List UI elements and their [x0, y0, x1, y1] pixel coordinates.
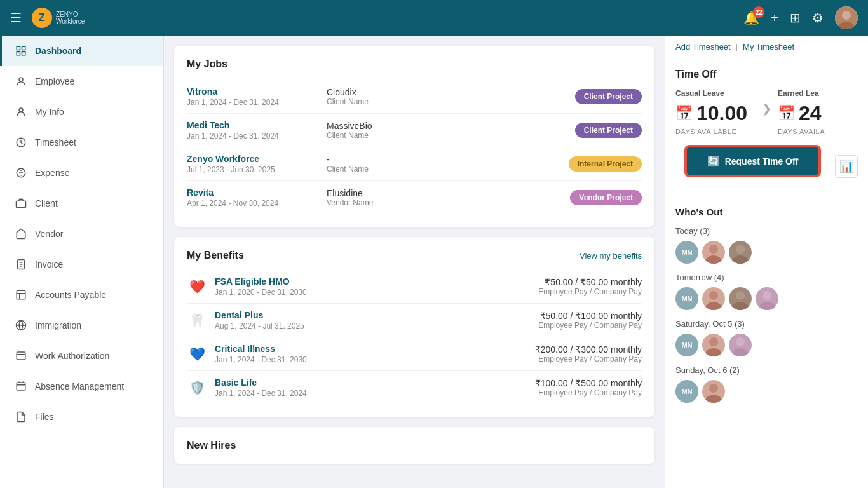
sidebar-item-expense[interactable]: Expense [0, 158, 163, 188]
add-timesheet-link[interactable]: Add Timesheet [675, 42, 731, 51]
job-client-name: Elusidine [327, 188, 454, 198]
earned-leave-card: Earned Lea 📅 24 DAYS AVAILA [778, 89, 858, 135]
sidebar-label-myinfo: My Info [35, 107, 64, 117]
svg-point-8 [19, 108, 23, 112]
sidebar-label-client: Client [35, 198, 58, 208]
wo-avatars-saturday: MN [675, 334, 858, 356]
wo-avatars-today: MN [675, 241, 858, 264]
accounts-payable-icon [15, 288, 27, 301]
svg-point-31 [709, 291, 718, 300]
sidebar-label-dashboard: Dashboard [35, 46, 81, 56]
casual-leave-label: Casual Leave [675, 89, 756, 98]
svg-point-1 [842, 11, 851, 20]
sidebar-label-files: Files [35, 412, 54, 422]
benefit-name[interactable]: Critical Illness [215, 344, 527, 354]
settings-icon[interactable]: ⚙ [812, 10, 824, 25]
job-row: Medi Tech Jan 1, 2024 - Dec 31, 2024 Mas… [187, 114, 642, 147]
notification-bell[interactable]: 🔔 22 [743, 10, 759, 25]
svg-point-7 [19, 78, 23, 81]
sidebar-label-work-authorization: Work Authorization [35, 351, 109, 361]
earned-leave-sub: DAYS AVAILA [778, 128, 858, 135]
user-avatar[interactable] [835, 6, 858, 29]
sidebar-label-vendor: Vendor [35, 229, 63, 239]
wo-group-today: Today (3) MN [675, 226, 858, 264]
sidebar-item-client[interactable]: Client [0, 188, 163, 219]
wo-avatars-tomorrow: MN [675, 287, 858, 310]
navbar-actions: 🔔 22 + ⊞ ⚙ [743, 6, 858, 29]
benefit-pay-label: Employee Pay / Company Pay [535, 355, 642, 363]
add-button[interactable]: + [771, 11, 778, 25]
casual-leave-sub: DAYS AVAILABLE [675, 128, 756, 135]
sidebar-label-employee: Employee [35, 76, 74, 86]
jobs-list: Vitrona Jan 1, 2024 - Dec 31, 2024 Cloud… [187, 80, 642, 214]
svg-point-25 [709, 245, 718, 254]
benefit-icon: 🛡️ [187, 377, 207, 398]
sidebar-item-invoice[interactable]: Invoice [0, 249, 163, 280]
wo-day-saturday: Saturday, Oct 5 (3) [675, 319, 858, 329]
main-content: My Jobs Vitrona Jan 1, 2024 - Dec 31, 20… [164, 36, 665, 488]
wo-avatar-photo-5 [756, 287, 778, 310]
job-client-label: Vendor Name [327, 198, 454, 207]
my-timesheet-link[interactable]: My Timesheet [743, 42, 794, 51]
hamburger-button[interactable]: ☰ [10, 10, 22, 25]
sidebar-item-immigration[interactable]: Immigration [0, 310, 163, 341]
absence-management-icon [15, 380, 27, 393]
job-date: Jan 1, 2024 - Dec 31, 2024 [187, 98, 327, 107]
svg-rect-18 [17, 352, 25, 360]
calendar-view-icon[interactable]: 📊 [835, 155, 858, 178]
sidebar-item-employee[interactable]: Employee [0, 66, 163, 97]
svg-point-40 [709, 337, 718, 346]
wo-avatar-photo-8 [702, 380, 725, 403]
view-benefits-link[interactable]: View my benefits [580, 251, 642, 261]
job-name[interactable]: Revita [187, 187, 327, 198]
benefit-info: Basic Life Jan 1, 2024 - Dec 31, 2024 [215, 377, 527, 398]
job-client-name: Cloudix [327, 87, 454, 97]
job-name[interactable]: Zenyo Workforce [187, 154, 327, 164]
job-date: Jan 1, 2024 - Dec 31, 2024 [187, 132, 327, 140]
sidebar-item-files[interactable]: Files [0, 402, 163, 432]
time-off-chevron[interactable]: ❯ [762, 89, 771, 116]
benefit-row: ❤️ FSA Eligible HMO Jan 1, 2020 - Dec 31… [187, 270, 642, 304]
right-panel: Add Timesheet | My Timesheet Time Off Ca… [665, 36, 868, 488]
casual-leave-days: 📅 10.00 [675, 102, 756, 125]
svg-rect-5 [17, 52, 20, 55]
sidebar-item-dashboard[interactable]: Dashboard [0, 36, 163, 66]
sidebar-label-timesheet: Timesheet [35, 137, 76, 147]
sidebar-item-timesheet[interactable]: Timesheet [0, 127, 163, 158]
sidebar-item-vendor[interactable]: Vendor [0, 219, 163, 249]
benefit-pay-label: Employee Pay / Company Pay [538, 287, 642, 296]
benefit-amount: ₹200.00 / ₹300.00 monthly [535, 344, 642, 355]
job-name[interactable]: Vitrona [187, 86, 327, 97]
work-authorization-icon [15, 349, 27, 362]
benefit-name[interactable]: FSA Eligible HMO [215, 276, 531, 287]
benefit-date: Jan 1, 2024 - Dec 31, 2030 [215, 355, 527, 364]
wo-avatars-sunday: MN [675, 380, 858, 403]
sidebar-label-immigration: Immigration [35, 320, 81, 330]
job-name[interactable]: Medi Tech [187, 120, 327, 130]
svg-point-28 [736, 245, 745, 254]
benefit-info: Dental Plus Aug 1, 2024 - Jul 31, 2025 [215, 310, 531, 330]
benefit-pay-label: Employee Pay / Company Pay [538, 321, 642, 330]
sidebar-item-absence-management[interactable]: Absence Management [0, 371, 163, 402]
benefit-name[interactable]: Dental Plus [215, 310, 531, 320]
sidebar-label-accounts-payable: Accounts Payable [35, 290, 106, 300]
my-benefits-card: My Benefits View my benefits ❤️ FSA Elig… [174, 237, 654, 417]
benefit-icon: ❤️ [187, 276, 207, 297]
my-benefits-title: My Benefits [187, 250, 244, 261]
sidebar-item-myinfo[interactable]: My Info [0, 97, 163, 127]
job-client: Elusidine Vendor Name [327, 188, 454, 207]
sidebar-item-work-authorization[interactable]: Work Authorization [0, 341, 163, 371]
grid-icon[interactable]: ⊞ [790, 10, 801, 25]
benefit-row: 💙 Critical Illness Jan 1, 2024 - Dec 31,… [187, 337, 642, 371]
job-badge-col: Internal Project [454, 156, 642, 172]
sidebar-item-accounts-payable[interactable]: Accounts Payable [0, 280, 163, 310]
request-time-off-button[interactable]: 🔄 Request Time Off [686, 146, 820, 176]
dashboard-icon [15, 44, 27, 57]
logo-icon: Z [32, 8, 52, 28]
benefit-name[interactable]: Basic Life [215, 377, 527, 388]
job-client: MassiveBio Client Name [327, 121, 454, 140]
wo-avatar-mn-3: MN [675, 334, 698, 356]
wo-group-saturday: Saturday, Oct 5 (3) MN [675, 319, 858, 356]
svg-rect-3 [17, 46, 20, 50]
job-date: Jul 1, 2023 - Jun 30, 2025 [187, 165, 327, 174]
